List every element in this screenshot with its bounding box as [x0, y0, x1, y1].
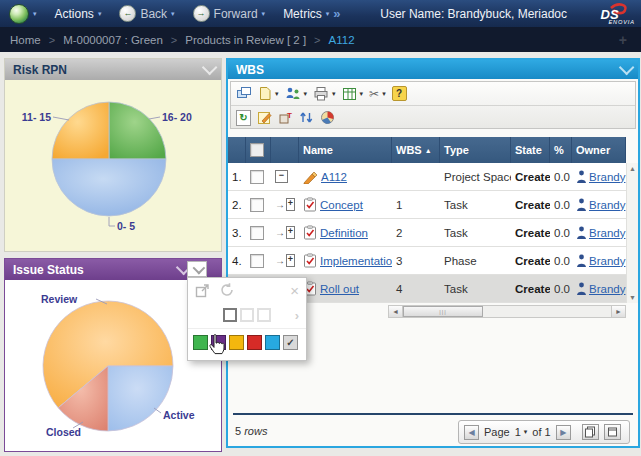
windows-button[interactable]	[236, 86, 252, 101]
chevron-down-icon[interactable]: ▾	[360, 90, 364, 98]
chart-button[interactable]	[320, 110, 335, 125]
horizontal-scrollbar[interactable]: ◄ ||| ►	[388, 305, 626, 318]
scrollbar-thumb[interactable]: |||	[403, 306, 483, 317]
row-checkbox[interactable]	[250, 198, 264, 212]
color-swatch-blue[interactable]	[265, 335, 280, 350]
expand-toggle[interactable]: +	[286, 198, 295, 211]
header-state[interactable]: State	[511, 137, 550, 163]
metrics-menu[interactable]: Metrics ▾ »	[283, 6, 340, 21]
assign-people-button[interactable]: ▾	[285, 86, 308, 101]
chart-style-option[interactable]	[223, 308, 237, 322]
header-name[interactable]: Name	[299, 137, 392, 163]
refresh-icon[interactable]	[219, 282, 235, 298]
page-select[interactable]: 1 ▾	[515, 426, 528, 438]
show-all-pages-button[interactable]	[582, 424, 599, 440]
breadcrumb: Home > M-0000007 : Green > Products in R…	[0, 27, 641, 52]
single-page-button[interactable]	[604, 424, 621, 440]
help-button[interactable]: ?	[392, 86, 407, 101]
row-name-link[interactable]: Implementation	[320, 255, 392, 267]
scroll-down-icon[interactable]: ▼	[629, 294, 636, 301]
owner-link[interactable]: Brandy	[589, 227, 625, 239]
header-percent[interactable]: %	[550, 137, 572, 163]
chevron-down-icon: ▾	[326, 10, 330, 17]
actions-menu[interactable]: Actions ▾	[55, 7, 102, 21]
back-icon: ←	[119, 5, 136, 22]
color-swatch-checked[interactable]: ✓	[283, 335, 298, 350]
add-icon[interactable]: +	[619, 32, 627, 48]
row-name-link[interactable]: Concept	[320, 199, 363, 211]
color-swatch-green[interactable]	[193, 335, 208, 350]
breadcrumb-item-current[interactable]: A112	[329, 34, 355, 46]
row-name-link[interactable]: A112	[321, 171, 347, 183]
color-swatch-red[interactable]	[247, 335, 262, 350]
scroll-right-button[interactable]: ►	[611, 306, 625, 317]
owner-link[interactable]: Brandy	[589, 283, 625, 295]
print-button[interactable]: ▾	[313, 86, 336, 101]
next-page-button[interactable]: ▶	[556, 425, 571, 440]
owner-link[interactable]: Brandy	[589, 171, 625, 183]
forward-button[interactable]: → Forward ▾	[193, 5, 266, 22]
table-view-button[interactable]: ▾	[342, 87, 364, 101]
scroll-left-button[interactable]: ◄	[389, 306, 403, 317]
scroll-left-icon: ◄	[392, 308, 399, 315]
cell-type: Task	[440, 191, 511, 218]
chevron-down-icon: ▾	[262, 10, 266, 17]
more-menus-icon[interactable]: »	[333, 6, 340, 21]
pie-slice-active	[108, 366, 173, 431]
risk-rpn-panel: Risk RPN 11- 15 16- 20 0- 5	[4, 58, 222, 252]
chart-style-option[interactable]	[240, 308, 254, 322]
forward-icon: →	[193, 5, 210, 22]
row-name-link[interactable]: Definition	[320, 227, 368, 239]
chevron-down-icon[interactable]: ▾	[382, 90, 386, 98]
issue-panel-menu-button[interactable]	[187, 261, 207, 277]
scroll-up-icon[interactable]: ▲	[629, 165, 636, 172]
refresh-icon: ↻	[239, 113, 247, 123]
color-swatch-yellow[interactable]	[229, 335, 244, 350]
sort-button[interactable]	[299, 110, 314, 125]
chevron-down-icon[interactable]: ▾	[332, 90, 336, 98]
row-name-link[interactable]: Roll out	[320, 283, 359, 295]
person-icon	[576, 226, 587, 239]
chart-style-option[interactable]	[257, 308, 271, 322]
breadcrumb-item-products[interactable]: Products in Review [ 2 ]	[185, 34, 306, 46]
breadcrumb-item-project[interactable]: M-0000007 : Green	[63, 34, 163, 46]
row-checkbox[interactable]	[250, 226, 264, 240]
edit-button[interactable]	[257, 110, 272, 125]
header-owner[interactable]: Owner	[572, 137, 626, 163]
expand-toggle[interactable]: +	[286, 254, 295, 267]
pie-label-16-20: 16- 20	[162, 111, 192, 123]
new-document-button[interactable]: ▾	[258, 86, 279, 101]
expand-toggle[interactable]: +	[286, 226, 295, 239]
collapse-chevron-icon[interactable]	[619, 60, 635, 76]
back-button[interactable]: ← Back ▾	[119, 5, 174, 22]
prev-page-button[interactable]: ◀	[464, 425, 479, 440]
tools-button[interactable]: ✂ ▾	[369, 88, 386, 100]
row-checkbox[interactable]	[250, 254, 264, 268]
header-select-all[interactable]	[246, 137, 271, 163]
collapse-toggle[interactable]: −	[275, 170, 288, 183]
header-wbs[interactable]: WBS ▲	[392, 137, 440, 163]
breadcrumb-item-home[interactable]: Home	[10, 34, 41, 46]
owner-link[interactable]: Brandy	[589, 255, 625, 267]
vertical-scrollbar[interactable]: ▲ ▼	[626, 163, 638, 303]
open-external-icon[interactable]	[195, 283, 210, 298]
chevron-down-icon[interactable]: ▾	[275, 90, 279, 98]
select-all-checkbox[interactable]	[250, 143, 264, 157]
header-type[interactable]: Type	[440, 137, 511, 163]
add-structure-button[interactable]: T	[278, 110, 293, 125]
person-icon	[576, 170, 587, 183]
chevron-right-icon[interactable]: ›	[295, 308, 299, 323]
close-icon[interactable]: ×	[290, 283, 299, 298]
metrics-label: Metrics	[283, 7, 322, 21]
cell-state: Create	[511, 191, 550, 218]
task-icon	[303, 253, 317, 268]
actions-label: Actions	[55, 7, 94, 21]
row-checkbox[interactable]	[250, 170, 264, 184]
wbs-toolbar: ▾ ▾ ▾ ▾ ✂ ▾ ?	[230, 81, 636, 129]
collapse-chevron-icon[interactable]	[202, 60, 218, 76]
home-menu[interactable]: ▾	[9, 4, 37, 24]
refresh-button[interactable]: ↻	[236, 110, 251, 126]
owner-link[interactable]: Brandy	[589, 199, 625, 211]
help-icon: ?	[392, 86, 407, 101]
chevron-down-icon[interactable]: ▾	[304, 90, 308, 98]
